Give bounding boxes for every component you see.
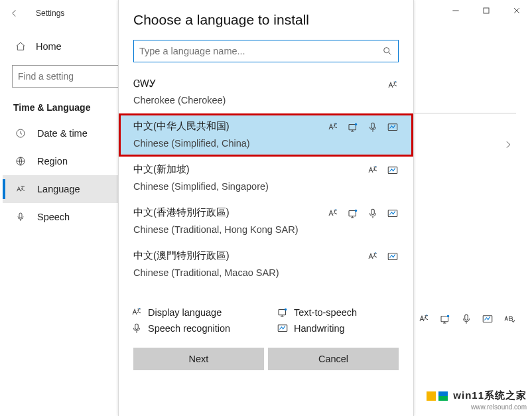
display-icon	[387, 80, 399, 92]
minimize-button[interactable]	[440, 0, 471, 21]
nav-label: Date & time	[37, 128, 88, 139]
legend-label: Display language	[148, 307, 222, 318]
handwriting-icon	[482, 313, 494, 325]
hand-icon	[387, 165, 399, 176]
sidebar-search-input[interactable]	[18, 71, 134, 82]
language-features	[327, 121, 399, 133]
hand-icon	[387, 208, 399, 220]
tts-icon	[347, 121, 359, 133]
maximize-icon	[481, 5, 492, 16]
close-button[interactable]	[501, 0, 532, 21]
spellcheck-icon	[503, 313, 515, 325]
language-item[interactable]: ᏣᎳᎩCherokee (Cherokee)	[119, 72, 413, 113]
modal-buttons: Next Cancel	[119, 334, 413, 370]
language-native: 中文(澳門特別行政區)	[133, 249, 399, 262]
home-label: Home	[36, 41, 62, 52]
nav-label: Speech	[37, 212, 70, 222]
display-icon	[367, 251, 379, 263]
language-features	[327, 208, 399, 220]
legend-hand: Handwriting	[274, 322, 400, 334]
home-icon	[13, 41, 28, 52]
language-search[interactable]	[133, 40, 399, 62]
globe-icon	[13, 156, 28, 167]
language-features	[367, 251, 399, 263]
watermark-text: win11系统之家	[453, 389, 527, 402]
mic-icon	[128, 322, 145, 334]
cancel-button[interactable]: Cancel	[268, 348, 399, 370]
app-title: Settings	[36, 9, 64, 18]
close-icon	[511, 5, 522, 16]
watermark-url: www.relsound.com	[471, 403, 527, 411]
mic-icon	[13, 212, 28, 222]
feature-icons-row	[418, 313, 515, 325]
watermark-logo: win11系统之家	[425, 389, 527, 402]
language-english: Chinese (Traditional, Macao SAR)	[133, 267, 399, 278]
display-icon	[327, 208, 339, 220]
watermark: win11系统之家 www.relsound.com	[425, 389, 527, 411]
language-features	[387, 80, 399, 92]
language-install-modal: Choose a language to install ᏣᎳᎩCherokee…	[118, 0, 414, 416]
display-language-icon	[418, 313, 430, 325]
language-english: Cherokee (Cherokee)	[133, 95, 399, 105]
tts-icon	[274, 307, 291, 318]
language-item[interactable]: 中文(澳門特別行政區)Chinese (Traditional, Macao S…	[119, 243, 413, 286]
legend-display: Display language	[128, 307, 254, 318]
display-language-icon	[128, 307, 145, 318]
nav-label: Language	[37, 184, 80, 194]
feature-legend: Display language Text-to-speech Speech r…	[119, 297, 413, 334]
window-controls	[440, 0, 532, 21]
legend-label: Speech recognition	[148, 323, 230, 334]
back-icon	[9, 8, 20, 19]
next-button[interactable]: Next	[133, 348, 264, 370]
chevron-right-icon	[503, 139, 513, 153]
language-item[interactable]: 中文(中华人民共和国)Chinese (Simplified, China)	[119, 113, 413, 157]
language-list[interactable]: ᏣᎳᎩCherokee (Cherokee)中文(中华人民共和国)Chinese…	[119, 72, 413, 297]
legend-tts: Text-to-speech	[274, 307, 400, 318]
display-icon	[327, 121, 339, 133]
tts-icon	[439, 313, 451, 325]
language-item[interactable]: 中文(新加坡)Chinese (Simplified, Singapore)	[119, 157, 413, 200]
hand-icon	[387, 251, 399, 263]
tts-icon	[347, 208, 359, 220]
language-english: Chinese (Traditional, Hong Kong SAR)	[133, 224, 399, 235]
language-native: 中文(新加坡)	[133, 163, 399, 176]
clock-icon	[13, 128, 28, 139]
legend-label: Handwriting	[294, 323, 345, 334]
speech-icon	[367, 121, 379, 133]
language-item[interactable]: 中文(香港特別行政區)Chinese (Traditional, Hong Ko…	[119, 200, 413, 243]
minimize-icon	[450, 5, 461, 16]
handwriting-icon	[274, 322, 291, 334]
language-english: Chinese (Simplified, Singapore)	[133, 181, 399, 192]
back-button[interactable]	[0, 0, 29, 27]
modal-title: Choose a language to install	[119, 0, 413, 33]
legend-label: Text-to-speech	[294, 307, 357, 318]
language-native: ᏣᎳᎩ	[133, 78, 399, 90]
hand-icon	[387, 121, 399, 133]
mic-icon	[460, 313, 472, 325]
language-search-input[interactable]	[139, 46, 382, 56]
display-icon	[367, 165, 379, 176]
maximize-button[interactable]	[471, 0, 501, 21]
language-features	[367, 165, 399, 176]
nav-label: Region	[37, 156, 68, 167]
search-icon	[382, 46, 393, 56]
language-icon	[13, 184, 28, 194]
legend-speech: Speech recognition	[128, 322, 254, 334]
speech-icon	[367, 208, 379, 220]
language-english: Chinese (Simplified, China)	[133, 138, 399, 149]
